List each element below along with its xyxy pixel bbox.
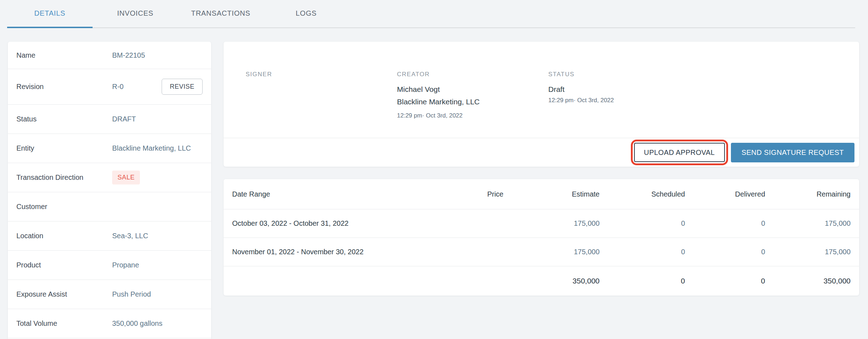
detail-value-product: Propane bbox=[112, 261, 139, 269]
column-header-remaining: Remaining bbox=[765, 190, 851, 198]
detail-row-entity: Entity Blackline Marketing, LLC bbox=[8, 134, 211, 163]
column-header-estimate: Estimate bbox=[503, 190, 600, 198]
details-panel: Name BM-22105 Revision R-0 REVISE Status… bbox=[8, 42, 211, 339]
detail-row-total-volume: Total Volume 350,000 gallons bbox=[8, 309, 211, 338]
detail-label: Revision bbox=[16, 83, 112, 91]
cell-total-remaining: 350,000 bbox=[765, 277, 851, 285]
cell-scheduled: 0 bbox=[600, 219, 685, 228]
active-tab-underline bbox=[7, 27, 93, 28]
tab-details[interactable]: DETAILS bbox=[7, 0, 93, 27]
status-value: Draft bbox=[548, 83, 700, 95]
cell-scheduled: 0 bbox=[600, 248, 685, 256]
signer-section: SIGNER bbox=[246, 71, 397, 119]
revise-button[interactable]: REVISE bbox=[162, 79, 203, 95]
cell-delivered: 0 bbox=[685, 248, 765, 256]
cell-total-estimate: 350,000 bbox=[503, 277, 600, 285]
signer-section-label: SIGNER bbox=[246, 71, 397, 78]
cell-total-delivered: 0 bbox=[685, 277, 765, 285]
table-row: November 01, 2022 - November 30, 2022 17… bbox=[224, 238, 859, 266]
detail-value-status: DRAFT bbox=[112, 115, 136, 123]
detail-value-revision: R-0 bbox=[112, 83, 124, 91]
sale-status-badge: SALE bbox=[112, 171, 140, 184]
cell-estimate: 175,000 bbox=[503, 219, 600, 228]
detail-label: Product bbox=[16, 261, 112, 269]
tab-logs[interactable]: LOGS bbox=[263, 0, 349, 27]
cell-delivered: 0 bbox=[685, 219, 765, 228]
detail-label: Entity bbox=[16, 144, 112, 152]
cell-estimate: 175,000 bbox=[503, 248, 600, 256]
creator-timestamp: 12:29 pm· Oct 3rd, 2022 bbox=[397, 112, 548, 119]
creator-section-label: CREATOR bbox=[397, 71, 548, 78]
detail-value-exposure-assist: Push Period bbox=[112, 290, 151, 298]
detail-value-location: Sea-3, LLC bbox=[112, 232, 148, 240]
cell-remaining: 175,000 bbox=[765, 248, 851, 256]
column-header-scheduled: Scheduled bbox=[600, 190, 685, 198]
creator-company: Blackline Marketing, LLC bbox=[397, 95, 548, 108]
creator-name: Michael Vogt bbox=[397, 83, 548, 95]
detail-label: Transaction Direction bbox=[16, 173, 112, 182]
detail-value-entity: Blackline Marketing, LLC bbox=[112, 144, 191, 152]
column-header-delivered: Delivered bbox=[685, 190, 765, 198]
detail-label: Status bbox=[16, 115, 112, 123]
detail-label: Name bbox=[16, 51, 112, 59]
creator-section: CREATOR Michael Vogt Blackline Marketing… bbox=[397, 71, 548, 119]
detail-value-total-volume: 350,000 gallons bbox=[112, 319, 162, 328]
detail-value-name: BM-22105 bbox=[112, 51, 145, 59]
detail-row-product: Product Propane bbox=[8, 251, 211, 280]
cell-remaining: 175,000 bbox=[765, 219, 851, 228]
table-row: October 03, 2022 - October 31, 2022 175,… bbox=[224, 209, 859, 238]
status-section: STATUS Draft 12:29 pm· Oct 3rd, 2022 bbox=[548, 71, 700, 119]
schedule-table: Date Range Price Estimate Scheduled Deli… bbox=[224, 179, 859, 296]
table-header-row: Date Range Price Estimate Scheduled Deli… bbox=[224, 179, 859, 209]
detail-label: Location bbox=[16, 232, 112, 240]
detail-row-transaction-direction: Transaction Direction SALE bbox=[8, 163, 211, 192]
send-signature-request-button[interactable]: SEND SIGNATURE REQUEST bbox=[731, 143, 854, 162]
detail-row-location: Location Sea-3, LLC bbox=[8, 221, 211, 251]
upload-approval-highlight-annotation: UPLOAD APPROVAL bbox=[631, 140, 728, 165]
column-header-price: Price bbox=[404, 190, 503, 198]
upload-approval-button[interactable]: UPLOAD APPROVAL bbox=[634, 143, 725, 162]
detail-row-revision: Revision R-0 REVISE bbox=[8, 69, 211, 105]
detail-label: Exposure Assist bbox=[16, 290, 112, 298]
detail-row-exposure-assist: Exposure Assist Push Period bbox=[8, 280, 211, 309]
status-section-label: STATUS bbox=[548, 71, 700, 78]
detail-row-status: Status DRAFT bbox=[8, 105, 211, 134]
cell-date-range: October 03, 2022 - October 31, 2022 bbox=[232, 219, 404, 228]
table-totals-row: 350,000 0 0 350,000 bbox=[224, 266, 859, 295]
column-header-date-range: Date Range bbox=[232, 190, 404, 198]
tab-transactions[interactable]: TRANSACTIONS bbox=[178, 0, 263, 27]
detail-label: Customer bbox=[16, 203, 112, 211]
cell-date-range: November 01, 2022 - November 30, 2022 bbox=[232, 248, 404, 256]
approval-panel: SIGNER CREATOR Michael Vogt Blackline Ma… bbox=[224, 42, 859, 167]
tab-bar-divider bbox=[7, 27, 855, 28]
status-timestamp: 12:29 pm· Oct 3rd, 2022 bbox=[548, 97, 700, 104]
detail-label: Total Volume bbox=[16, 319, 112, 328]
cell-total-scheduled: 0 bbox=[600, 277, 685, 285]
tab-bar: DETAILS INVOICES TRANSACTIONS LOGS bbox=[0, 0, 868, 28]
detail-row-customer: Customer bbox=[8, 192, 211, 221]
approval-actions-footer: UPLOAD APPROVAL SEND SIGNATURE REQUEST bbox=[224, 138, 859, 167]
detail-row-name: Name BM-22105 bbox=[8, 42, 211, 69]
tab-invoices[interactable]: INVOICES bbox=[93, 0, 178, 27]
